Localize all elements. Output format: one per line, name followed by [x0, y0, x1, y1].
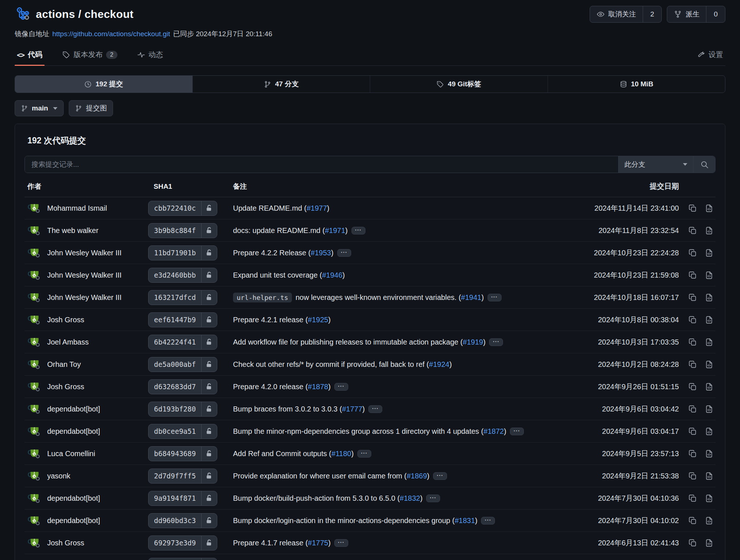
avatar[interactable]: b	[27, 514, 41, 527]
commit-message[interactable]: Prepare 4.2.2 Release (#1953)	[233, 249, 334, 257]
pr-link[interactable]: #1941	[461, 293, 481, 301]
pr-link[interactable]: #1777	[342, 405, 363, 413]
fork-count[interactable]: 0	[706, 6, 725, 22]
commit-author-name[interactable]: Luca Comellini	[47, 450, 95, 458]
commit-sha-button[interactable]: de5a000abf	[148, 357, 217, 372]
expand-commit-button[interactable]: ···	[334, 383, 348, 391]
browse-source-icon[interactable]	[705, 450, 713, 458]
browse-source-icon[interactable]	[705, 539, 713, 547]
stat-branches[interactable]: 47 分支	[193, 76, 371, 93]
commit-message[interactable]: Prepare 4.2.0 release (#1878)	[233, 383, 331, 391]
pr-link[interactable]: #1919	[463, 338, 483, 346]
commit-sha[interactable]: 11bd71901b	[149, 249, 201, 257]
pr-link[interactable]: #1946	[322, 271, 342, 279]
commit-sha-button[interactable]: b684943689	[148, 446, 217, 461]
commit-message[interactable]: Provide explanation for where user email…	[233, 472, 429, 480]
commit-sha-button[interactable]: db0cee9a51	[148, 424, 217, 439]
commit-sha-button[interactable]: 692973e3d9	[148, 535, 217, 550]
avatar[interactable]: b	[27, 491, 41, 505]
avatar[interactable]: b	[27, 290, 41, 304]
commit-author-name[interactable]: Joel Ambass	[47, 338, 89, 346]
commit-message[interactable]: Add workflow file for publishing release…	[233, 338, 485, 346]
avatar[interactable]: b	[27, 536, 41, 550]
pr-link[interactable]: #1832	[400, 494, 420, 502]
commit-sha-button[interactable]: 3b9b8c884f	[148, 223, 217, 238]
commit-sha[interactable]: 692973e3d9	[149, 539, 201, 547]
pr-link[interactable]: #1831	[455, 516, 475, 525]
stat-size[interactable]: 10 MiB	[548, 76, 725, 93]
copy-sha-icon[interactable]	[688, 539, 697, 547]
commit-message[interactable]: Bump the minor-npm-dependencies group ac…	[233, 427, 506, 436]
expand-commit-button[interactable]: ···	[357, 450, 371, 458]
pr-link[interactable]: #1925	[308, 316, 328, 324]
expand-commit-button[interactable]: ···	[433, 472, 447, 480]
commit-sha-button[interactable]: 6d193bf280	[148, 402, 217, 417]
expand-commit-button[interactable]: ···	[334, 539, 348, 547]
pr-link[interactable]: #1953	[311, 249, 331, 257]
commit-author-name[interactable]: The web walker	[47, 226, 98, 235]
commit-sha-button[interactable]: dd960bd3c3	[148, 513, 217, 528]
commit-sha-button[interactable]: eef61447b9	[148, 312, 217, 327]
avatar[interactable]: b	[27, 313, 41, 327]
pr-link[interactable]: #1775	[308, 539, 328, 547]
commit-author-name[interactable]: John Wesley Walker III	[47, 293, 121, 302]
commit-message[interactable]: Check out other refs/* by commit if prov…	[233, 360, 452, 369]
avatar[interactable]: b	[27, 223, 41, 237]
commit-sha-button[interactable]: 2d7d9f7ff5	[148, 469, 217, 484]
pr-link[interactable]: #1878	[308, 383, 328, 391]
commit-sha[interactable]: de5a000abf	[149, 360, 201, 368]
commit-author-name[interactable]: John Wesley Walker III	[47, 271, 121, 279]
commit-sha[interactable]: cbb722410c	[149, 204, 201, 212]
commit-sha-button[interactable]: 11bd71901b	[148, 245, 217, 260]
browse-source-icon[interactable]	[705, 293, 713, 302]
commit-message[interactable]: Update README.md (#1977)	[233, 204, 329, 213]
avatar[interactable]: b	[27, 469, 41, 483]
avatar[interactable]: b	[27, 357, 41, 371]
pr-link[interactable]: #1924	[429, 360, 450, 368]
commit-message[interactable]: docs: update README.md (#1971)	[233, 226, 348, 235]
commit-sha[interactable]: eef61447b9	[149, 316, 201, 324]
avatar[interactable]: b	[27, 335, 41, 349]
avatar[interactable]: b	[27, 246, 41, 260]
expand-commit-button[interactable]: ···	[488, 294, 502, 301]
commit-message[interactable]: Bump docker/build-push-action from 5.3.0…	[233, 494, 422, 503]
tab-settings[interactable]: 设置	[695, 46, 725, 65]
commit-sha[interactable]: dd960bd3c3	[149, 516, 201, 525]
browse-source-icon[interactable]	[705, 360, 713, 369]
browse-source-icon[interactable]	[705, 494, 713, 503]
commit-author-name[interactable]: dependabot[bot]	[47, 494, 100, 503]
commit-sha-button[interactable]: e3d2460bbb	[148, 268, 217, 283]
commit-author-name[interactable]: Orhan Toy	[47, 360, 81, 369]
copy-sha-icon[interactable]	[688, 226, 697, 235]
browse-source-icon[interactable]	[705, 204, 713, 213]
copy-sha-icon[interactable]	[688, 316, 697, 324]
unwatch-button[interactable]: 取消关注 2	[590, 6, 662, 23]
pr-link[interactable]: #1872	[484, 427, 504, 435]
expand-commit-button[interactable]: ···	[481, 517, 495, 525]
branch-filter-select[interactable]: 此分支	[618, 156, 693, 173]
avatar[interactable]: b	[27, 201, 41, 215]
commit-message[interactable]: Prepare 4.2.1 release (#1925)	[233, 316, 331, 324]
commit-message[interactable]: Expand unit test coverage (#1946)	[233, 271, 345, 279]
expand-commit-button[interactable]: ···	[489, 338, 503, 346]
stat-commits[interactable]: 192 提交	[15, 76, 193, 93]
commit-sha-button[interactable]: 163217dfcd	[148, 290, 217, 305]
avatar[interactable]: b	[27, 380, 41, 394]
commit-author-name[interactable]: Mohammad Ismail	[47, 204, 107, 213]
commit-author-name[interactable]: Josh Gross	[47, 316, 84, 324]
copy-sha-icon[interactable]	[688, 271, 697, 279]
browse-source-icon[interactable]	[705, 472, 713, 480]
expand-commit-button[interactable]: ···	[426, 495, 440, 502]
commit-message[interactable]: Prepare 4.1.7 release (#1775)	[233, 539, 331, 547]
commit-author-name[interactable]: Josh Gross	[47, 539, 84, 547]
search-input[interactable]	[25, 156, 618, 173]
search-button[interactable]	[693, 156, 715, 173]
pr-link[interactable]: #1971	[325, 226, 345, 234]
commit-sha[interactable]: 6d193bf280	[149, 405, 201, 413]
commit-author-name[interactable]: dependabot[bot]	[47, 427, 100, 436]
copy-sha-icon[interactable]	[688, 405, 697, 413]
avatar[interactable]: b	[27, 402, 41, 416]
copy-sha-icon[interactable]	[688, 249, 697, 257]
browse-source-icon[interactable]	[705, 249, 713, 257]
commit-sha[interactable]: db0cee9a51	[149, 427, 201, 435]
